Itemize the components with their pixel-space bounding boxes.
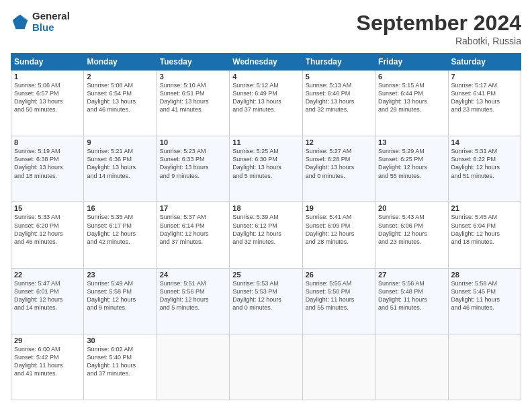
calendar-cell: 20Sunrise: 5:43 AM Sunset: 6:06 PM Dayli… [375, 202, 448, 268]
day-number: 16 [87, 204, 153, 212]
day-number: 24 [160, 271, 226, 279]
calendar-cell [448, 334, 521, 400]
day-number: 19 [306, 204, 372, 212]
calendar-cell: 23Sunrise: 5:49 AM Sunset: 5:58 PM Dayli… [84, 268, 157, 334]
svg-marker-0 [13, 14, 28, 28]
calendar-cell: 2Sunrise: 5:08 AM Sunset: 6:54 PM Daylig… [84, 71, 157, 136]
col-header-tuesday: Tuesday [157, 54, 229, 71]
day-info: Sunrise: 5:53 AM Sunset: 5:53 PM Dayligh… [232, 279, 299, 312]
day-info: Sunrise: 5:29 AM Sunset: 6:25 PM Dayligh… [378, 147, 445, 180]
calendar-cell: 7Sunrise: 5:17 AM Sunset: 6:41 PM Daylig… [448, 71, 521, 136]
calendar-cell: 29Sunrise: 6:00 AM Sunset: 5:42 PM Dayli… [11, 334, 84, 400]
calendar-cell: 8Sunrise: 5:19 AM Sunset: 6:38 PM Daylig… [11, 136, 84, 202]
subtitle: Rabotki, Russia [357, 36, 521, 46]
logo-blue-text: Blue [32, 22, 70, 34]
calendar-cell: 14Sunrise: 5:31 AM Sunset: 6:22 PM Dayli… [448, 136, 521, 202]
day-info: Sunrise: 5:31 AM Sunset: 6:22 PM Dayligh… [451, 147, 518, 180]
calendar-cell: 15Sunrise: 5:33 AM Sunset: 6:20 PM Dayli… [11, 202, 84, 268]
day-number: 30 [87, 336, 153, 345]
calendar-cell [157, 334, 229, 400]
calendar-cell: 18Sunrise: 5:39 AM Sunset: 6:12 PM Dayli… [230, 202, 302, 268]
day-info: Sunrise: 5:27 AM Sunset: 6:28 PM Dayligh… [306, 147, 372, 180]
day-info: Sunrise: 5:25 AM Sunset: 6:30 PM Dayligh… [232, 147, 299, 180]
day-info: Sunrise: 5:45 AM Sunset: 6:04 PM Dayligh… [451, 213, 518, 246]
logo: General Blue [11, 11, 70, 33]
day-number: 2 [87, 73, 153, 81]
calendar-cell: 16Sunrise: 5:35 AM Sunset: 6:17 PM Dayli… [84, 202, 157, 268]
month-title: September 2024 [357, 11, 521, 36]
calendar-table: SundayMondayTuesdayWednesdayThursdayFrid… [11, 53, 521, 400]
day-info: Sunrise: 5:15 AM Sunset: 6:44 PM Dayligh… [378, 81, 445, 114]
day-info: Sunrise: 5:17 AM Sunset: 6:41 PM Dayligh… [451, 81, 518, 114]
day-number: 18 [232, 204, 299, 212]
day-number: 28 [451, 271, 518, 279]
day-number: 6 [378, 73, 445, 81]
calendar-row-4: 22Sunrise: 5:47 AM Sunset: 6:01 PM Dayli… [11, 268, 521, 334]
day-number: 10 [160, 138, 226, 146]
day-info: Sunrise: 5:06 AM Sunset: 6:57 PM Dayligh… [14, 81, 81, 114]
day-number: 20 [378, 204, 445, 212]
day-info: Sunrise: 5:49 AM Sunset: 5:58 PM Dayligh… [87, 279, 153, 312]
calendar-cell: 28Sunrise: 5:58 AM Sunset: 5:45 PM Dayli… [448, 268, 521, 334]
day-number: 4 [232, 73, 299, 81]
calendar-header-row: SundayMondayTuesdayWednesdayThursdayFrid… [11, 54, 521, 71]
logo-icon [11, 13, 30, 32]
calendar-cell: 27Sunrise: 5:56 AM Sunset: 5:48 PM Dayli… [375, 268, 448, 334]
day-number: 27 [378, 271, 445, 279]
day-info: Sunrise: 5:43 AM Sunset: 6:06 PM Dayligh… [378, 213, 445, 246]
day-number: 23 [87, 271, 153, 279]
calendar-row-5: 29Sunrise: 6:00 AM Sunset: 5:42 PM Dayli… [11, 334, 521, 400]
day-number: 9 [87, 138, 153, 146]
day-info: Sunrise: 5:56 AM Sunset: 5:48 PM Dayligh… [378, 279, 445, 312]
calendar-cell [375, 334, 448, 400]
calendar-cell: 12Sunrise: 5:27 AM Sunset: 6:28 PM Dayli… [302, 136, 375, 202]
col-header-thursday: Thursday [302, 54, 375, 71]
day-number: 29 [14, 336, 81, 345]
calendar-cell: 9Sunrise: 5:21 AM Sunset: 6:36 PM Daylig… [84, 136, 157, 202]
logo-general-text: General [32, 11, 70, 22]
calendar-cell: 19Sunrise: 5:41 AM Sunset: 6:09 PM Dayli… [302, 202, 375, 268]
calendar-cell: 6Sunrise: 5:15 AM Sunset: 6:44 PM Daylig… [375, 71, 448, 136]
day-number: 1 [14, 73, 81, 81]
calendar-cell: 17Sunrise: 5:37 AM Sunset: 6:14 PM Dayli… [157, 202, 229, 268]
calendar-cell: 10Sunrise: 5:23 AM Sunset: 6:33 PM Dayli… [157, 136, 229, 202]
calendar-cell: 21Sunrise: 5:45 AM Sunset: 6:04 PM Dayli… [448, 202, 521, 268]
day-info: Sunrise: 5:35 AM Sunset: 6:17 PM Dayligh… [87, 213, 153, 246]
col-header-sunday: Sunday [11, 54, 84, 71]
calendar-cell: 4Sunrise: 5:12 AM Sunset: 6:49 PM Daylig… [230, 71, 302, 136]
calendar-cell [302, 334, 375, 400]
day-info: Sunrise: 5:21 AM Sunset: 6:36 PM Dayligh… [87, 147, 153, 180]
day-number: 11 [232, 138, 299, 146]
calendar-cell: 11Sunrise: 5:25 AM Sunset: 6:30 PM Dayli… [230, 136, 302, 202]
calendar-cell: 25Sunrise: 5:53 AM Sunset: 5:53 PM Dayli… [230, 268, 302, 334]
calendar-row-2: 8Sunrise: 5:19 AM Sunset: 6:38 PM Daylig… [11, 136, 521, 202]
day-number: 13 [378, 138, 445, 146]
calendar-cell [230, 334, 302, 400]
col-header-wednesday: Wednesday [230, 54, 302, 71]
day-info: Sunrise: 5:39 AM Sunset: 6:12 PM Dayligh… [232, 213, 299, 246]
calendar-cell: 24Sunrise: 5:51 AM Sunset: 5:56 PM Dayli… [157, 268, 229, 334]
day-info: Sunrise: 5:41 AM Sunset: 6:09 PM Dayligh… [306, 213, 372, 246]
day-info: Sunrise: 5:19 AM Sunset: 6:38 PM Dayligh… [14, 147, 81, 180]
col-header-saturday: Saturday [448, 54, 521, 71]
day-number: 7 [451, 73, 518, 81]
calendar-cell: 5Sunrise: 5:13 AM Sunset: 6:46 PM Daylig… [302, 71, 375, 136]
day-info: Sunrise: 5:58 AM Sunset: 5:45 PM Dayligh… [451, 279, 518, 312]
calendar-cell: 22Sunrise: 5:47 AM Sunset: 6:01 PM Dayli… [11, 268, 84, 334]
calendar-row-1: 1Sunrise: 5:06 AM Sunset: 6:57 PM Daylig… [11, 71, 521, 136]
calendar-cell: 3Sunrise: 5:10 AM Sunset: 6:51 PM Daylig… [157, 71, 229, 136]
day-number: 5 [306, 73, 372, 81]
day-info: Sunrise: 5:10 AM Sunset: 6:51 PM Dayligh… [160, 81, 226, 114]
day-info: Sunrise: 5:23 AM Sunset: 6:33 PM Dayligh… [160, 147, 226, 180]
calendar-cell: 26Sunrise: 5:55 AM Sunset: 5:50 PM Dayli… [302, 268, 375, 334]
day-number: 21 [451, 204, 518, 212]
day-number: 3 [160, 73, 226, 81]
day-info: Sunrise: 5:08 AM Sunset: 6:54 PM Dayligh… [87, 81, 153, 114]
day-info: Sunrise: 5:51 AM Sunset: 5:56 PM Dayligh… [160, 279, 226, 312]
day-number: 12 [306, 138, 372, 146]
day-info: Sunrise: 5:55 AM Sunset: 5:50 PM Dayligh… [306, 279, 372, 312]
day-number: 22 [14, 271, 81, 279]
day-info: Sunrise: 5:12 AM Sunset: 6:49 PM Dayligh… [232, 81, 299, 114]
day-info: Sunrise: 6:02 AM Sunset: 5:40 PM Dayligh… [87, 345, 153, 378]
day-number: 15 [14, 204, 81, 212]
